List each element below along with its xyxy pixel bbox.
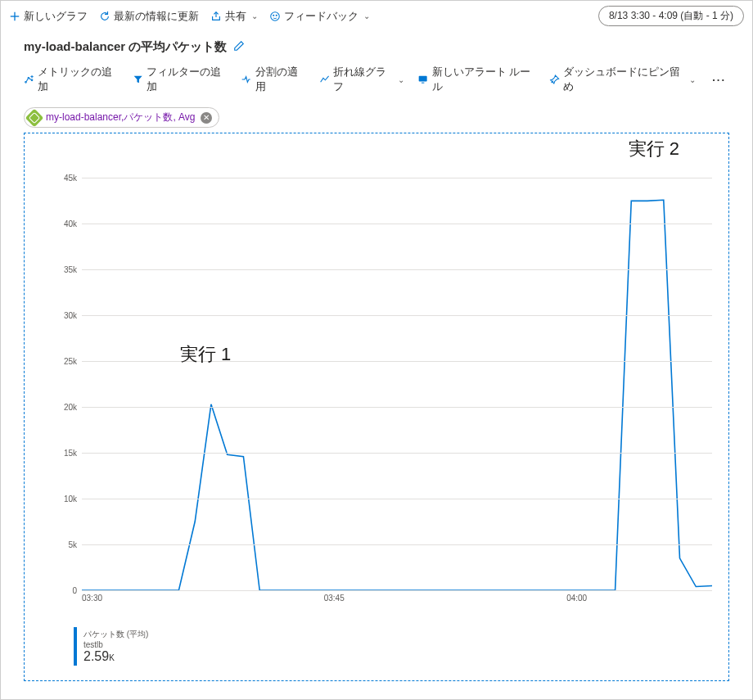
share-icon	[210, 11, 222, 22]
refresh-button[interactable]: 最新の情報に更新	[99, 9, 199, 24]
x-axis-label: 03:45	[324, 594, 345, 603]
y-axis-label: 20k	[51, 403, 77, 412]
chart-container: my-load-balancer,パケット数, Avg ✕ 05k10k15k2…	[24, 107, 729, 681]
share-label: 共有	[225, 9, 246, 24]
smiley-icon	[269, 11, 281, 22]
legend-value: 2.59K	[83, 649, 148, 664]
metric-chip-row: my-load-balancer,パケット数, Avg ✕	[24, 107, 729, 128]
top-toolbar-left: 新しいグラフ 最新の情報に更新 共有 ⌄ フィードバック ⌄	[9, 9, 370, 24]
time-range-picker[interactable]: 8/13 3:30 - 4:09 (自動 - 1 分)	[598, 6, 744, 26]
x-axis-label: 03:30	[82, 594, 102, 603]
svg-rect-12	[419, 76, 427, 82]
feedback-label: フィードバック	[284, 9, 358, 24]
svg-point-7	[31, 79, 33, 81]
gridline	[82, 269, 712, 270]
add-filter-label: フィルターの追加	[147, 65, 228, 94]
legend-resource-name: testlb	[83, 640, 148, 649]
chart-title-row: my-load-balancer の平均パケット数	[1, 31, 752, 61]
split-icon	[241, 74, 251, 85]
new-alert-rule-button[interactable]: 新しいアラート ルール	[417, 65, 536, 94]
gridline	[82, 224, 712, 224]
feedback-button[interactable]: フィードバック ⌄	[269, 9, 370, 24]
annotation-run-1: 実行 1	[180, 342, 231, 367]
chevron-down-icon: ⌄	[363, 11, 370, 20]
more-actions-button[interactable]: ···	[709, 74, 729, 86]
chevron-down-icon: ⌄	[398, 75, 404, 84]
plot-area[interactable]: 05k10k15k20k25k30k35k40k45k	[82, 160, 712, 590]
add-metric-icon	[24, 74, 34, 85]
chart-toolbar-left: メトリックの追加 フィルターの追加 分割の適用	[24, 65, 306, 94]
svg-line-8	[26, 79, 28, 81]
add-filter-button[interactable]: フィルターの追加	[133, 65, 228, 94]
gridline	[82, 590, 712, 591]
alert-icon	[417, 74, 428, 85]
pin-to-dashboard-button[interactable]: ダッシュボードにピン留め ⌄	[549, 65, 696, 94]
y-axis-label: 5k	[51, 540, 77, 549]
gridline	[82, 453, 712, 454]
filter-icon	[133, 74, 143, 85]
chart-toolbar-right: 折れ線グラフ ⌄ 新しいアラート ルール ダッシュボードにピン留め ⌄ ···	[319, 65, 729, 94]
x-axis-label: 04:00	[566, 594, 587, 603]
legend-metric-name: パケット数 (平均)	[83, 629, 148, 640]
svg-line-9	[29, 79, 32, 80]
resource-icon	[25, 108, 44, 127]
new-alert-rule-label: 新しいアラート ルール	[432, 65, 536, 94]
pin-icon	[549, 74, 560, 85]
svg-point-3	[273, 15, 274, 16]
svg-point-2	[271, 11, 280, 20]
gridline	[82, 315, 712, 316]
y-axis-label: 25k	[51, 357, 77, 366]
x-axis: 03:3003:4504:00	[82, 594, 712, 605]
legend-item[interactable]: パケット数 (平均) testlb 2.59K	[74, 627, 155, 666]
chart-type-dropdown[interactable]: 折れ線グラフ ⌄	[319, 65, 405, 94]
gridline	[82, 361, 712, 362]
new-chart-button[interactable]: 新しいグラフ	[9, 9, 88, 24]
metric-chip[interactable]: my-load-balancer,パケット数, Avg ✕	[24, 107, 219, 128]
gridline	[82, 407, 712, 408]
y-axis-label: 45k	[51, 174, 77, 183]
refresh-label: 最新の情報に更新	[114, 9, 199, 24]
y-axis-label: 15k	[51, 449, 77, 458]
top-toolbar: 新しいグラフ 最新の情報に更新 共有 ⌄ フィードバック ⌄ 8/13 3:30…	[1, 1, 752, 31]
gridline	[82, 499, 712, 499]
y-axis-label: 30k	[51, 311, 77, 320]
y-axis-label: 35k	[51, 265, 77, 274]
chart-toolbar: メトリックの追加 フィルターの追加 分割の適用 折れ線グラフ ⌄ 新しいアラート…	[1, 61, 752, 101]
pin-to-dashboard-label: ダッシュボードにピン留め	[563, 65, 684, 94]
y-axis-label: 0	[51, 586, 77, 595]
add-metric-label: メトリックの追加	[38, 65, 119, 94]
svg-point-5	[25, 82, 27, 84]
remove-chip-button[interactable]: ✕	[201, 112, 212, 124]
new-chart-label: 新しいグラフ	[24, 9, 88, 24]
apply-splitting-button[interactable]: 分割の適用	[241, 65, 305, 94]
refresh-icon	[99, 11, 110, 22]
chart-title: my-load-balancer の平均パケット数	[24, 39, 227, 55]
svg-point-6	[28, 77, 29, 79]
plus-icon	[9, 11, 20, 22]
chart-frame: 05k10k15k20k25k30k35k40k45k 03:3003:4504…	[24, 133, 729, 681]
time-range-label: 8/13 3:30 - 4:09 (自動 - 1 分)	[609, 10, 733, 21]
y-axis-label: 40k	[51, 219, 77, 228]
metric-chip-label: my-load-balancer,パケット数, Avg	[46, 111, 196, 124]
chart-type-label: 折れ線グラフ	[333, 65, 394, 94]
gridline	[82, 178, 712, 178]
share-button[interactable]: 共有 ⌄	[210, 9, 258, 24]
gridline	[82, 544, 712, 545]
svg-point-4	[276, 15, 277, 16]
edit-title-button[interactable]	[233, 40, 245, 54]
add-metric-button[interactable]: メトリックの追加	[24, 65, 119, 94]
pencil-icon	[233, 40, 245, 52]
chevron-down-icon: ⌄	[251, 11, 258, 20]
apply-splitting-label: 分割の適用	[255, 65, 306, 94]
y-axis-label: 10k	[51, 495, 77, 504]
annotation-run-2: 実行 2	[629, 137, 679, 161]
line-chart-icon	[319, 74, 330, 85]
chevron-down-icon: ⌄	[689, 75, 696, 84]
